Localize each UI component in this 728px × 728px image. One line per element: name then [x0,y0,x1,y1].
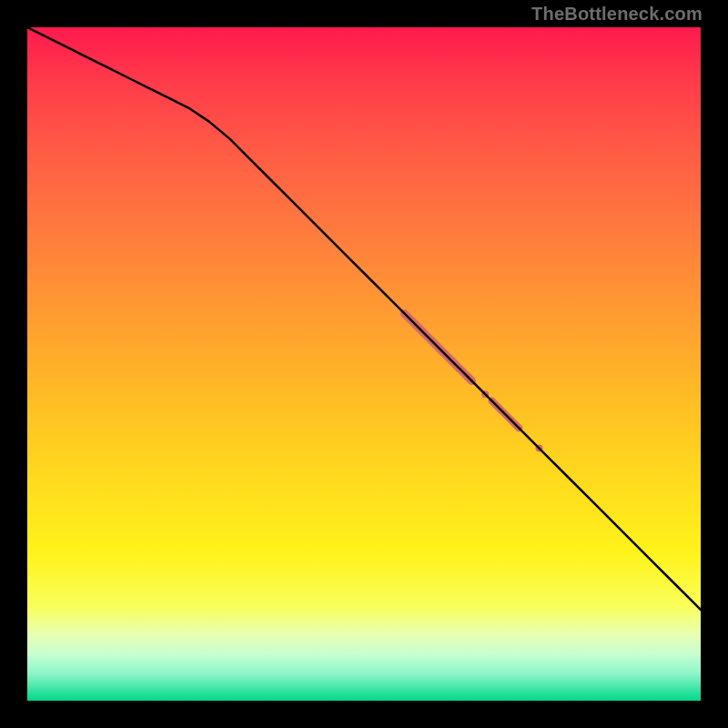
chart-container: { "watermark": "TheBottleneck.com", "col… [0,0,728,728]
watermark-text: TheBottleneck.com [531,4,703,25]
plot-area [27,27,701,701]
